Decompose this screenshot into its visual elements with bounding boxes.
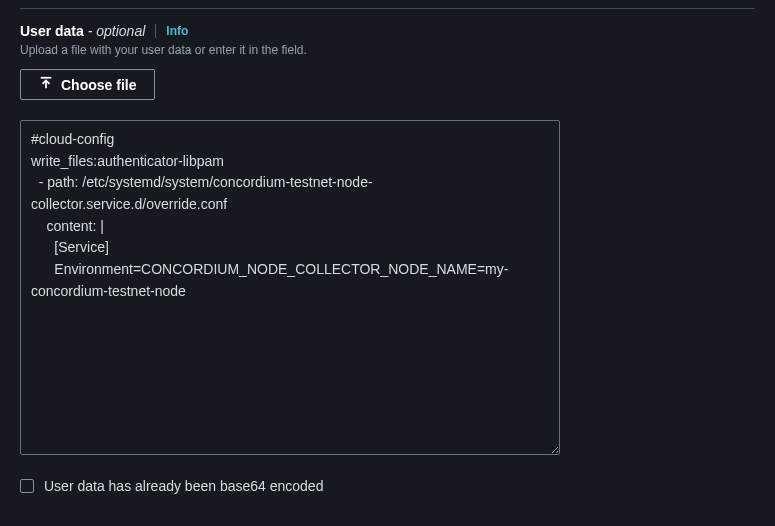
choose-file-button[interactable]: Choose file <box>20 69 155 100</box>
user-data-section: User data - optional Info Upload a file … <box>0 9 775 514</box>
base64-checkbox[interactable] <box>20 479 34 493</box>
field-label-optional: - optional <box>84 23 145 39</box>
upload-icon <box>39 76 53 93</box>
field-label: User data - optional <box>20 23 145 39</box>
field-label-main: User data <box>20 23 84 39</box>
info-link[interactable]: Info <box>166 24 188 38</box>
choose-file-label: Choose file <box>61 77 136 93</box>
userdata-textarea-wrap <box>20 120 755 458</box>
vertical-divider <box>155 24 156 38</box>
base64-checkbox-label[interactable]: User data has already been base64 encode… <box>44 478 323 494</box>
base64-checkbox-row: User data has already been base64 encode… <box>20 478 755 494</box>
field-header: User data - optional Info <box>20 23 755 39</box>
field-description: Upload a file with your user data or ent… <box>20 43 755 57</box>
userdata-textarea[interactable] <box>20 120 560 455</box>
